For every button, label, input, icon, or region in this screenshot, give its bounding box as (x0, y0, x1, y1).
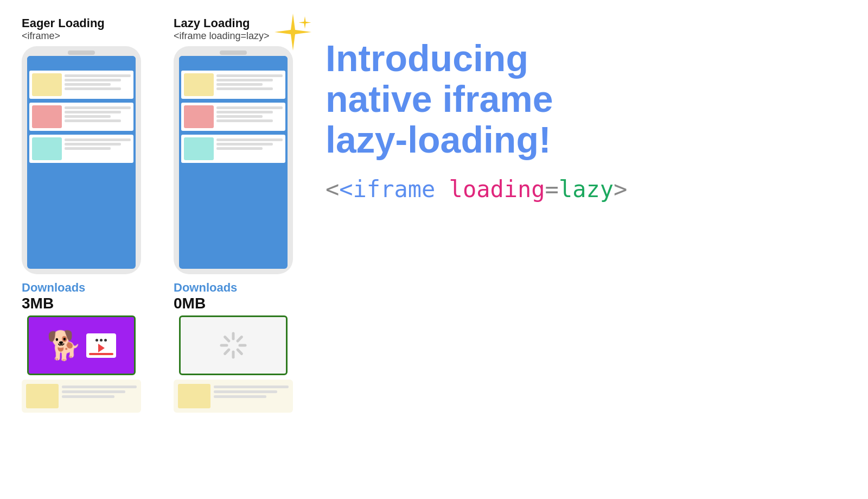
right-section: Introducing native iframe lazy-loading! … (293, 16, 846, 203)
code-bracket-close: > (614, 176, 627, 203)
eager-bottom-card (22, 380, 141, 413)
line (214, 390, 277, 393)
svg-line-4 (225, 337, 229, 341)
main-container: Eager Loading <iframe> (0, 0, 868, 499)
line (216, 79, 273, 81)
code-snippet: <<iframe loading=lazy> (326, 176, 627, 203)
lazy-downloads-size: 0MB (174, 295, 206, 312)
card-lines-2 (65, 105, 131, 122)
line (65, 87, 121, 90)
lazy-label: Lazy Loading <iframe loading=lazy> (174, 16, 270, 42)
lazy-title: Lazy Loading (174, 16, 270, 30)
lazy-bottom-thumb (178, 384, 210, 408)
code-equals: = (545, 176, 559, 203)
line (65, 138, 131, 141)
lazy-screen-card-2 (181, 103, 285, 131)
line (65, 79, 121, 81)
svg-line-7 (225, 350, 229, 353)
lazy-downloads-label: Downloads (174, 281, 237, 295)
line (65, 119, 121, 122)
lazy-card-thumb-2 (184, 105, 214, 128)
line (216, 83, 263, 86)
lazy-card-lines-1 (216, 73, 283, 90)
line (62, 395, 114, 398)
eager-screen (27, 56, 136, 269)
eager-downloads: Downloads 3MB (22, 281, 141, 312)
line (65, 106, 131, 109)
lazy-card-thumb-3 (184, 137, 214, 160)
eager-code: <iframe> (22, 30, 105, 42)
line (216, 147, 263, 150)
lazy-screen-card-3 (181, 135, 285, 163)
bottom-lines (62, 384, 137, 398)
line (62, 390, 125, 393)
eager-column: Eager Loading <iframe> (22, 16, 141, 413)
lazy-card-lines-2 (216, 105, 283, 122)
play-icon (98, 344, 105, 352)
sparkle-decoration (271, 11, 315, 56)
line (216, 115, 263, 118)
lazy-card-lines-3 (216, 137, 283, 150)
line (216, 138, 283, 141)
code-attr-name: loading (449, 176, 545, 203)
lazy-screen-card-1 (181, 71, 285, 99)
screen-header (27, 56, 136, 68)
lazy-screen (179, 56, 288, 269)
card-thumb-2 (32, 105, 62, 128)
code-attr-value: lazy (559, 176, 614, 203)
screen-card-3 (29, 135, 133, 163)
phone-notch (68, 50, 95, 55)
line (65, 115, 111, 118)
lazy-column: Lazy Loading <iframe loading=lazy> (174, 16, 293, 413)
line (216, 143, 273, 146)
line (65, 74, 131, 77)
card-lines-1 (65, 73, 131, 90)
screen-header-lazy (179, 56, 288, 68)
line (216, 74, 283, 77)
line (216, 119, 273, 122)
card-thumb-3 (32, 137, 62, 160)
headline-text: Introducing native iframe lazy-loading! (326, 38, 553, 160)
lazy-phone (174, 46, 293, 274)
lazy-code: <iframe loading=lazy> (174, 30, 270, 42)
line (62, 386, 137, 388)
eager-title: Eager Loading (22, 16, 105, 30)
lazy-downloads: Downloads 0MB (174, 281, 293, 312)
code-keyword-iframe: <iframe (339, 176, 449, 203)
lazy-card-thumb-1 (184, 73, 214, 96)
line (214, 395, 266, 398)
line (65, 111, 121, 113)
lazy-bottom-card (174, 380, 293, 413)
line (65, 147, 111, 150)
video-dot (104, 339, 107, 342)
spinner-icon (217, 329, 250, 362)
video-dot (95, 339, 98, 342)
eager-iframe-preview: 🐕 (27, 315, 136, 375)
eager-downloads-size: 3MB (22, 295, 54, 312)
svg-line-6 (238, 337, 241, 341)
line (216, 87, 273, 90)
lazy-bottom-lines (214, 384, 289, 398)
svg-line-5 (238, 350, 241, 353)
lazy-iframe-preview (179, 315, 288, 375)
eager-downloads-label: Downloads (22, 281, 85, 295)
eager-iframe-content: 🐕 (47, 329, 116, 362)
video-dot (100, 339, 103, 342)
eager-label: Eager Loading <iframe> (22, 16, 105, 42)
card-thumb-1 (32, 73, 62, 96)
screen-card-2 (29, 103, 133, 131)
eager-phone (22, 46, 141, 274)
line (216, 106, 283, 109)
video-icon-box (86, 333, 116, 358)
line (214, 386, 289, 388)
line (65, 83, 111, 86)
video-progress-bar (89, 353, 113, 355)
card-lines-3 (65, 137, 131, 150)
dog-icon: 🐕 (47, 329, 82, 362)
sparkle-icon (271, 11, 315, 54)
screen-card-1 (29, 71, 133, 99)
video-dots (95, 339, 107, 342)
line (65, 143, 121, 146)
line (216, 111, 273, 113)
code-bracket-open: < (326, 176, 339, 203)
